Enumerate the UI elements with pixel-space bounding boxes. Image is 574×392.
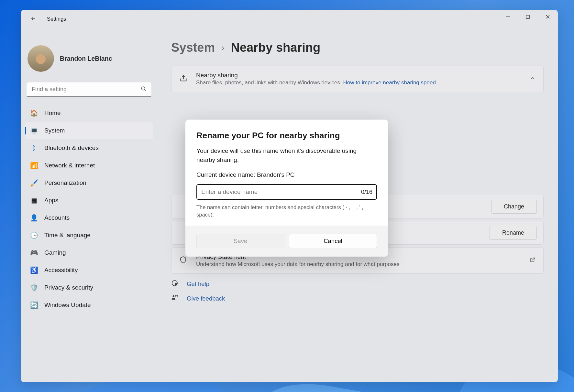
accessibility-icon: ♿ — [30, 266, 38, 274]
input-hint: The name can contain letter, numbers and… — [196, 204, 377, 218]
nav-bluetooth[interactable]: ᛒBluetooth & devices — [25, 140, 153, 156]
nav-gaming[interactable]: 🎮Gaming — [25, 244, 153, 261]
nav-label: Gaming — [44, 249, 66, 256]
nav-apps[interactable]: ▦Apps — [25, 192, 153, 209]
settings-window: Settings Brandon LeBlanc 🏠Home 💻System ᛒ… — [21, 10, 558, 382]
gamepad-icon: 🎮 — [30, 249, 38, 257]
back-button[interactable] — [27, 12, 40, 25]
shield-icon: 🛡️ — [30, 284, 38, 291]
maximize-button[interactable] — [518, 10, 538, 24]
nav-home[interactable]: 🏠Home — [25, 105, 153, 122]
update-icon: 🔄 — [30, 301, 38, 309]
nav-label: Bluetooth & devices — [44, 144, 99, 152]
rename-pc-dialog: Rename your PC for nearby sharing Your d… — [185, 120, 388, 257]
device-name-input[interactable] — [196, 184, 377, 200]
bluetooth-icon: ᛒ — [30, 144, 38, 152]
svg-rect-1 — [526, 15, 529, 18]
nav-accessibility[interactable]: ♿Accessibility — [25, 262, 153, 279]
nav-label: Network & internet — [44, 162, 95, 169]
nav-time[interactable]: 🕒Time & language — [25, 227, 153, 244]
nav-label: Personalization — [44, 179, 86, 186]
nav-label: Windows Update — [44, 302, 91, 309]
char-counter: 0/16 — [361, 189, 372, 196]
close-button[interactable] — [538, 10, 558, 24]
dialog-title: Rename your PC for nearby sharing — [196, 131, 377, 141]
cancel-button[interactable]: Cancel — [289, 234, 377, 248]
dialog-description: Your device will use this name when it's… — [196, 146, 377, 164]
nav-privacy[interactable]: 🛡️Privacy & security — [25, 279, 153, 296]
nav-personalization[interactable]: 🖌️Personalization — [25, 175, 153, 191]
nav-label: Apps — [44, 197, 58, 204]
minimize-button[interactable] — [498, 10, 518, 24]
nav-update[interactable]: 🔄Windows Update — [25, 297, 153, 313]
wifi-icon: 📶 — [30, 162, 38, 169]
clock-icon: 🕒 — [30, 231, 38, 239]
search-input[interactable] — [26, 82, 152, 97]
brush-icon: 🖌️ — [30, 179, 38, 187]
titlebar: Settings — [21, 10, 558, 28]
search-icon — [141, 86, 147, 93]
nav-label: Home — [44, 110, 61, 117]
nav-label: Privacy & security — [44, 284, 93, 291]
nav-label: Accessibility — [44, 267, 78, 274]
svg-point-2 — [141, 87, 145, 90]
current-device-name: Current device name: Brandon's PC — [196, 171, 377, 178]
nav-system[interactable]: 💻System — [25, 122, 153, 139]
save-button[interactable]: Save — [196, 234, 284, 248]
apps-icon: ▦ — [30, 196, 38, 204]
person-icon: 👤 — [30, 214, 38, 222]
nav-network[interactable]: 📶Network & internet — [25, 157, 153, 174]
nav-label: Accounts — [44, 214, 70, 221]
svg-line-3 — [144, 90, 146, 91]
nav-accounts[interactable]: 👤Accounts — [25, 209, 153, 226]
home-icon: 🏠 — [30, 109, 38, 117]
nav-label: System — [44, 127, 65, 134]
nav-label: Time & language — [44, 232, 91, 239]
system-icon: 💻 — [30, 127, 38, 134]
window-title: Settings — [47, 16, 66, 22]
avatar — [28, 45, 54, 72]
search-box[interactable] — [26, 82, 152, 97]
